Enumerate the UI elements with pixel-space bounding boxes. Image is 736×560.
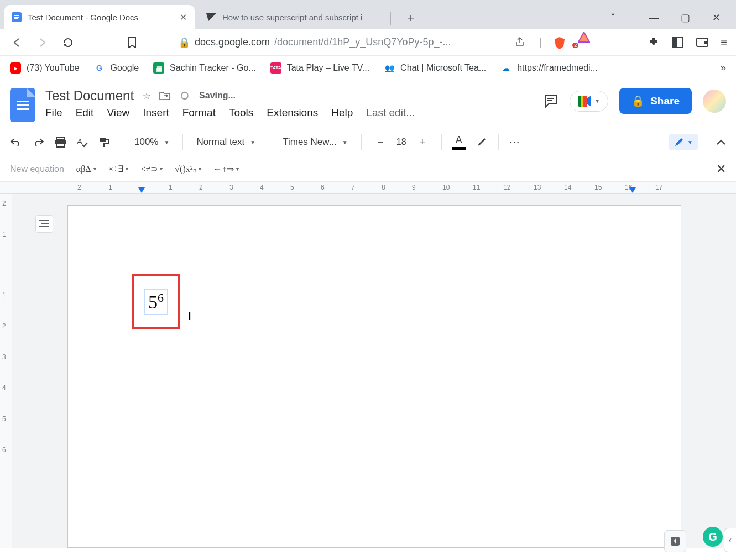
meet-button[interactable]: ▼ [570,91,608,112]
menu-extensions[interactable]: Extensions [267,107,318,119]
browser-tab-active[interactable]: Test Document - Google Docs ✕ [4,5,195,29]
tab-search-icon[interactable]: ˅ [610,12,615,24]
eq-math-dropdown[interactable]: √()x²ₙ▾ [175,164,201,174]
bookmark-youtube[interactable]: ▸(73) YouTube [10,62,79,74]
main-toolbar: A 100%▼ Normal text▼ Times New...▼ − 18 … [0,128,736,156]
menu-edit[interactable]: Edit [76,107,94,119]
redo-button[interactable] [32,137,44,147]
font-selector[interactable]: Times New...▼ [279,134,351,150]
browser-tabstrip: Test Document - Google Docs ✕ How to use… [0,0,736,29]
svg-marker-4 [206,13,216,21]
brave-rewards-icon[interactable]: 2 [578,32,590,54]
move-icon[interactable] [159,91,170,100]
work-area: 2 1 1 2 3 4 5 6 56 I [0,194,736,548]
document-outline-button[interactable] [35,215,53,233]
spellcheck-button[interactable]: A [76,136,88,148]
bookmark-label: Chat | Microsoft Tea... [400,63,486,73]
browser-tab-inactive[interactable]: How to use superscript and subscript i [199,5,387,29]
maximize-button[interactable]: ▢ [681,12,690,24]
eq-operators-dropdown[interactable]: ×÷∃▾ [108,164,129,174]
style-value: Normal text [196,137,244,148]
menu-file[interactable]: File [45,107,62,119]
text-color-button[interactable]: A [452,134,466,150]
eq-relations-dropdown[interactable]: <≠⊃▾ [140,164,163,174]
paint-format-button[interactable] [98,137,111,148]
bookmark-label: Sachin Tracker - Go... [170,63,256,73]
close-window-button[interactable]: ✕ [712,12,721,24]
right-indent-marker[interactable] [629,187,636,193]
bookmark-teams[interactable]: 👥Chat | Microsoft Tea... [384,62,486,74]
new-equation-label[interactable]: New equation [10,164,64,174]
grammarly-button[interactable]: G [703,527,723,547]
font-size-input[interactable]: 18 [389,133,414,151]
decrease-font-button[interactable]: − [372,133,389,151]
bookmark-google[interactable]: GGoogle [93,62,139,74]
menu-view[interactable]: View [107,107,129,119]
menu-insert[interactable]: Insert [143,107,169,119]
reload-button[interactable] [61,35,75,50]
bookmark-tataplay[interactable]: TATATata Play – Live TV... [270,62,369,74]
eq-arrows-dropdown[interactable]: ←↑⇒▾ [213,164,239,174]
tab-title: Test Document - Google Docs [28,13,174,22]
document-page[interactable]: 56 I [67,205,681,548]
svg-marker-7 [578,32,589,42]
svg-rect-20 [56,143,64,147]
back-button[interactable] [10,35,24,50]
bookmark-label: (73) YouTube [27,63,79,73]
url-display[interactable]: 🔒 docs.google.com/document/d/1hP_y_UsnQ7… [178,36,451,49]
bookmark-icon[interactable] [125,35,139,50]
sidepanel-icon[interactable] [672,36,684,49]
print-button[interactable] [54,137,66,148]
last-edit-link[interactable]: Last edit... [366,107,415,119]
highlight-button[interactable] [476,136,488,148]
style-selector[interactable]: Normal text▼ [193,134,259,150]
left-indent-marker[interactable] [138,187,145,193]
url-host: docs.google.com [195,36,270,48]
undo-button[interactable] [10,137,22,147]
url-path: /document/d/1hP_y_UsnQ7YoPy-5p_-... [274,36,451,48]
brave-shield-icon[interactable] [554,36,566,49]
explore-button[interactable] [664,530,686,552]
close-equation-toolbar[interactable]: ✕ [716,162,726,176]
collapse-toolbar-button[interactable] [716,139,726,145]
equation-object[interactable]: 56 [144,289,168,315]
equation-toolbar: New equation αβΔ▾ ×÷∃▾ <≠⊃▾ √()x²ₙ▾ ←↑⇒▾… [0,156,736,182]
editing-mode-button[interactable]: ▼ [669,134,698,150]
comments-icon[interactable] [543,93,558,109]
share-button[interactable]: 🔒 Share [619,88,692,114]
bookmark-onedrive[interactable]: ☁https://framedmedi... [500,62,598,74]
horizontal-ruler[interactable]: 2 1 1 2 3 4 5 6 7 8 9 10 11 12 13 14 15 … [0,182,736,194]
menu-tools[interactable]: Tools [229,107,253,119]
tab-title: How to use superscript and subscript i [222,13,380,22]
svg-rect-22 [100,138,106,142]
bookmark-sheets[interactable]: ▦Sachin Tracker - Go... [153,62,256,74]
tab-close-icon[interactable]: ✕ [178,12,188,23]
share-url-icon[interactable] [514,36,526,49]
menu-icon[interactable]: ≡ [721,36,726,49]
vertical-ruler[interactable]: 2 1 1 2 3 4 5 6 [0,194,12,548]
lock-icon: 🔒 [631,95,645,107]
equation-superscript: 6 [158,291,164,305]
zoom-selector[interactable]: 100%▼ [131,134,173,150]
star-icon[interactable]: ☆ [143,91,150,101]
minimize-button[interactable]: — [649,12,659,24]
equation-highlight-box: 56 [132,274,180,329]
extensions-icon[interactable] [648,36,660,49]
badge-count: 2 [572,43,578,48]
eq-greek-dropdown[interactable]: αβΔ▾ [76,164,96,174]
increase-font-button[interactable]: + [414,133,431,151]
menu-format[interactable]: Format [182,107,216,119]
side-panel-toggle[interactable]: ‹ [724,528,736,552]
bookmarks-overflow[interactable]: » [721,62,726,74]
more-tools-button[interactable]: ⋯ [509,135,521,149]
lock-icon: 🔒 [178,36,190,49]
wallet-icon[interactable] [696,36,708,49]
document-title[interactable]: Test Document [45,88,134,103]
forward-button[interactable] [35,35,50,50]
menu-help[interactable]: Help [331,107,353,119]
account-avatar[interactable] [703,90,726,113]
separator: | [539,36,541,49]
new-tab-button[interactable]: + [402,9,420,27]
docs-logo[interactable] [10,88,35,122]
cloud-sync-icon[interactable] [179,90,190,101]
